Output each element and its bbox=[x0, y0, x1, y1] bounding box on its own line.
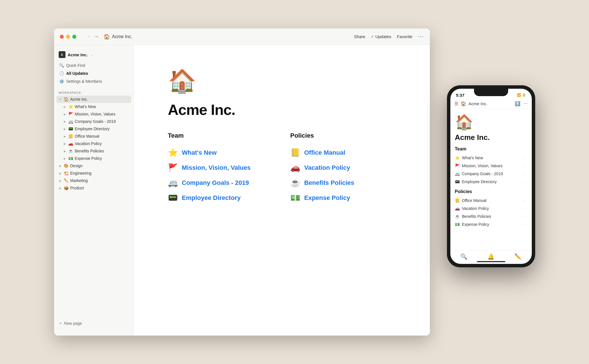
phone-nav-right: ⬆️ ··· bbox=[515, 101, 528, 106]
whats-new-link[interactable]: What's New bbox=[182, 149, 217, 156]
car-icon: 🚗 bbox=[290, 163, 300, 172]
tree-item-label: Acme Inc. bbox=[70, 97, 129, 102]
tree-item-marketing[interactable]: ▶ ✏️ Marketing bbox=[56, 177, 131, 184]
clock-icon: 🕐 bbox=[59, 71, 64, 76]
sidebar-settings[interactable]: ⚙️ Settings & Members bbox=[56, 77, 131, 85]
tree-item-label: Office Manual bbox=[75, 134, 129, 138]
forward-button[interactable]: → bbox=[94, 34, 99, 40]
share-button[interactable]: Share bbox=[354, 34, 365, 39]
list-item[interactable]: 📒 Office Manual bbox=[290, 145, 396, 160]
phone-list-item[interactable]: 🚐 Company Goals - 2019 ··· bbox=[455, 170, 527, 178]
phone-list-item[interactable]: 📒 Office Manual ··· bbox=[455, 197, 527, 204]
phone-benefits: Benefits Policies bbox=[462, 214, 491, 219]
close-button[interactable] bbox=[60, 35, 64, 39]
tree-emoji-icon: 🚐 bbox=[68, 119, 73, 124]
benefits-link[interactable]: Benefits Policies bbox=[304, 179, 354, 187]
tree-emoji-icon: ☕ bbox=[68, 149, 73, 153]
minimize-button[interactable] bbox=[66, 35, 70, 39]
sidebar-all-updates[interactable]: 🕐 All Updates bbox=[56, 69, 131, 77]
list-item[interactable]: ☕ Benefits Policies bbox=[290, 175, 396, 190]
bus-icon: 🚐 bbox=[455, 171, 460, 176]
expense-policy-link[interactable]: Expense Policy bbox=[304, 194, 350, 202]
tree-item-label: Product bbox=[70, 186, 129, 190]
favorite-button[interactable]: Favorite bbox=[397, 34, 412, 39]
phone-expense-policy: Expense Policy bbox=[462, 222, 489, 227]
sidebar-quick-find[interactable]: 🔍 Quick Find bbox=[56, 61, 131, 69]
phone-item-dots[interactable]: ··· bbox=[522, 156, 527, 160]
phone-item-dots[interactable]: ··· bbox=[522, 214, 527, 219]
money-icon: 💵 bbox=[455, 222, 460, 227]
phone-list-item[interactable]: ⭐ What's New ··· bbox=[455, 154, 527, 162]
phone-nav-left: ☰ 🏠 Acme Inc. bbox=[454, 101, 488, 106]
phone-bell-icon[interactable]: 🔔 bbox=[487, 253, 494, 260]
tree-item-office-manual[interactable]: ▶ 📒 Office Manual bbox=[56, 133, 131, 140]
phone-link-left: 📒 Office Manual bbox=[455, 198, 487, 203]
list-item[interactable]: 🚗 Vacation Policy bbox=[290, 160, 396, 175]
mission-link[interactable]: Mission, Vision, Values bbox=[182, 164, 251, 171]
page-main-title: Acme Inc. bbox=[168, 101, 396, 118]
tree-item-label: What's New bbox=[75, 104, 129, 109]
vacation-policy-link[interactable]: Vacation Policy bbox=[304, 164, 350, 171]
phone-list-item[interactable]: 💵 Expense Policy ··· bbox=[455, 220, 527, 228]
tree-toggle-icon: ▶ bbox=[59, 187, 62, 190]
tree-item-employee-directory[interactable]: ▶ 📟 Employee Directory bbox=[56, 125, 131, 133]
phone-team-section: Team ⭐ What's New ··· 🚩 Mission, Vision,… bbox=[455, 146, 527, 186]
phone-item-dots[interactable]: ··· bbox=[522, 198, 527, 203]
back-button[interactable]: ← bbox=[87, 34, 92, 40]
phone-content: 🏠 Acme Inc. Team ⭐ What's New ··· 🚩 Miss… bbox=[450, 109, 532, 250]
list-item[interactable]: 💵 Expense Policy bbox=[290, 190, 396, 205]
tree-item-whats-new[interactable]: ▶ ⭐ What's New bbox=[56, 103, 131, 110]
phone-item-dots[interactable]: ··· bbox=[522, 171, 527, 176]
policies-section: Policies 📒 Office Manual 🚗 Vacation Poli… bbox=[290, 132, 396, 205]
tree-item-label: Marketing bbox=[70, 178, 129, 183]
new-page-button[interactable]: + New page bbox=[56, 319, 131, 328]
tree-emoji-icon: ✏️ bbox=[64, 178, 69, 183]
phone-search-icon[interactable]: 🔍 bbox=[460, 253, 467, 260]
tree-item-expense[interactable]: ▶ 💵 Expense Policy bbox=[56, 155, 131, 162]
app-body: A Acme Inc. ⌄ 🔍 Quick Find 🕐 All Updates… bbox=[54, 45, 430, 336]
list-item[interactable]: ⭐ What's New bbox=[168, 145, 273, 160]
phone-share-icon[interactable]: ⬆️ bbox=[515, 101, 520, 106]
phone-link-left: 🚗 Vacation Policy bbox=[455, 206, 489, 211]
list-item[interactable]: 📟 Employee Directory bbox=[168, 190, 273, 205]
tree-item-vacation-policy[interactable]: ▶ 🚗 Vacation Policy bbox=[56, 140, 131, 147]
policies-section-heading: Policies bbox=[290, 132, 396, 139]
bus-icon: 🚐 bbox=[168, 178, 178, 187]
tree-item-acme-inc[interactable]: ▼ 🏠 Acme Inc. bbox=[56, 96, 131, 103]
more-options-button[interactable]: ··· bbox=[418, 34, 424, 40]
phone-team-heading: Team bbox=[455, 146, 527, 152]
phone-item-dots[interactable]: ··· bbox=[522, 164, 527, 168]
tree-item-company-goals[interactable]: ▶ 🚐 Company Goals - 2019 bbox=[56, 118, 131, 125]
tree-item-product[interactable]: ▶ 📦 Product bbox=[56, 184, 131, 192]
phone-compose-icon[interactable]: ✏️ bbox=[514, 253, 522, 260]
phone-nav-bar: ☰ 🏠 Acme Inc. ⬆️ ··· bbox=[450, 99, 532, 109]
phone-item-dots[interactable]: ··· bbox=[522, 179, 527, 184]
phone-list-item[interactable]: 📟 Employee Directory ··· bbox=[455, 178, 527, 186]
tree-item-engineering[interactable]: ▶ 🏗️ Engineering bbox=[56, 169, 131, 177]
maximize-button[interactable] bbox=[72, 35, 76, 39]
office-manual-link[interactable]: Office Manual bbox=[304, 149, 345, 156]
tree-item-label: Engineering bbox=[70, 171, 129, 175]
workspace-header[interactable]: A Acme Inc. ⌄ bbox=[54, 49, 134, 61]
tree-emoji-icon: 📟 bbox=[68, 127, 73, 131]
list-item[interactable]: 🚐 Company Goals - 2019 bbox=[168, 175, 273, 190]
phone-item-dots[interactable]: ··· bbox=[522, 206, 527, 211]
tree-item-label: Benefits Policies bbox=[75, 149, 129, 153]
phone-item-dots[interactable]: ··· bbox=[522, 222, 527, 227]
company-goals-link[interactable]: Company Goals - 2019 bbox=[182, 179, 249, 187]
phone-whats-new: What's New bbox=[462, 156, 483, 160]
tree-item-mission[interactable]: ▶ 🚩 Mission, Vision, Values bbox=[56, 110, 131, 118]
updates-button[interactable]: ✓ Updates bbox=[371, 34, 391, 39]
list-item[interactable]: 🚩 Mission, Vision, Values bbox=[168, 160, 273, 175]
phone-list-item[interactable]: ☕ Benefits Policies ··· bbox=[455, 212, 527, 220]
phone-office-manual: Office Manual bbox=[462, 198, 487, 203]
tree-item-design[interactable]: ▶ 🎨 Design bbox=[56, 162, 131, 169]
tree-item-benefits[interactable]: ▶ ☕ Benefits Policies bbox=[56, 147, 131, 155]
phone-list-item[interactable]: 🚩 Mission, Vision, Values ··· bbox=[455, 162, 527, 170]
employee-directory-link[interactable]: Employee Directory bbox=[182, 194, 241, 202]
phone-company-goals: Company Goals - 2019 bbox=[462, 171, 503, 176]
phone-menu-icon[interactable]: ☰ bbox=[454, 101, 458, 106]
workspace-name: Acme Inc. bbox=[68, 52, 88, 57]
phone-list-item[interactable]: 🚗 Vacation Policy ··· bbox=[455, 204, 527, 212]
phone-more-icon[interactable]: ··· bbox=[524, 101, 528, 106]
